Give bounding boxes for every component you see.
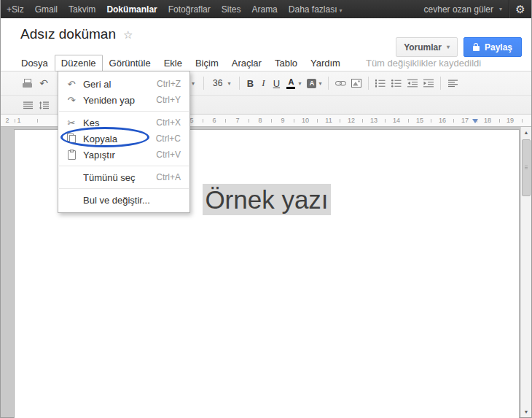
chevron-down-icon: ▾ — [499, 6, 502, 12]
print-icon[interactable] — [20, 76, 36, 90]
menu-bicim[interactable]: Biçim — [189, 55, 225, 71]
menu-item-label: Kes — [83, 117, 156, 128]
topbar-item-plus-siz[interactable]: +Siz — [7, 4, 24, 15]
menu-item-tumunu-sec[interactable]: Tümünü seç Ctrl+A — [58, 169, 189, 185]
ruler-number: 19 — [506, 117, 514, 124]
up-arrow-icon: ▲ — [524, 130, 529, 135]
comments-button[interactable]: Yorumlar ▾ — [396, 37, 458, 57]
menu-item-shortcut: Ctrl+C — [156, 133, 181, 144]
topbar-item-sites[interactable]: Sites — [222, 4, 241, 15]
menu-item-geri-al[interactable]: ↶ Geri al Ctrl+Z — [58, 76, 189, 92]
menu-item-yeniden-yap[interactable]: ↷ Yeniden yap Ctrl+Y — [58, 92, 189, 108]
selected-text[interactable]: Örnek yazı — [203, 184, 330, 215]
indent-icon[interactable] — [420, 76, 437, 90]
share-button[interactable]: Paylaş — [463, 37, 522, 57]
menu-item-shortcut: Ctrl+V — [156, 150, 181, 160]
ruler-number: 7 — [235, 117, 239, 124]
topbar-item-gmail[interactable]: Gmail — [35, 4, 58, 15]
toolbar-separator — [368, 77, 369, 90]
edit-menu: ↶ Geri al Ctrl+Z ↷ Yeniden yap Ctrl+Y ✂ … — [58, 71, 190, 213]
comments-button-label: Yorumlar — [404, 42, 442, 53]
indent-marker[interactable] — [472, 119, 478, 123]
underline-button[interactable]: U — [270, 78, 283, 89]
ruler-number: 2 — [5, 117, 9, 124]
account-menu[interactable]: cevher ozan güler ▾ — [424, 4, 502, 15]
chevron-down-icon: ▾ — [340, 7, 343, 14]
menu-item-label: Kopyala — [83, 133, 156, 144]
menu-separator — [59, 111, 189, 112]
scissors-icon: ✂ — [64, 117, 79, 128]
chevron-down-icon: ▾ — [318, 80, 321, 87]
menu-item-kes[interactable]: ✂ Kes Ctrl+X — [58, 115, 189, 131]
save-status-text: Tüm değişiklikler kaydedildi — [366, 58, 481, 69]
menu-separator — [59, 166, 189, 166]
outdent-icon[interactable] — [404, 76, 420, 90]
ruler-number: 9 — [281, 117, 284, 124]
menu-bar: Dosya Düzenle Görüntüle Ekle Biçim Araçl… — [1, 55, 531, 71]
menu-item-kopyala[interactable]: Kopyala Ctrl+C — [58, 131, 189, 147]
text-color-button[interactable]: A ▾ — [283, 78, 304, 89]
document-title[interactable]: Adsız doküman — [20, 26, 116, 42]
scrollbar-thumb[interactable] — [522, 139, 531, 196]
menu-yardim[interactable]: Yardım — [304, 55, 347, 71]
align-left-icon[interactable] — [445, 76, 461, 90]
toolbar-separator — [203, 77, 204, 90]
ruler-number: 10 — [302, 117, 309, 124]
toolbar-separator — [239, 77, 240, 90]
ruler-number: 6 — [212, 117, 216, 124]
topbar-item-arama[interactable]: Arama — [251, 4, 277, 15]
ruler-number: 12 — [348, 117, 355, 124]
insert-image-icon[interactable] — [348, 76, 364, 90]
numbered-list-icon[interactable] — [372, 76, 388, 90]
chevron-down-icon: ▾ — [298, 80, 301, 87]
app-window: +Siz Gmail Takvim Dokümanlar Fotoğraflar… — [0, 0, 532, 418]
down-arrow-icon: ▼ — [524, 409, 529, 414]
menu-araclar[interactable]: Araçlar — [225, 55, 268, 71]
scroll-down-button[interactable]: ▼ — [521, 406, 531, 417]
menu-ekle[interactable]: Ekle — [157, 55, 189, 71]
menu-separator — [59, 188, 189, 189]
settings-gear-button[interactable]: ⚙ — [509, 0, 531, 18]
font-size-select[interactable]: 36 ▾ — [208, 76, 235, 90]
menu-goruntule[interactable]: Görüntüle — [103, 55, 157, 71]
ruler-number: 8 — [258, 117, 262, 124]
line-spacing-icon[interactable] — [36, 98, 52, 112]
topbar-item-takvim[interactable]: Takvim — [69, 4, 95, 15]
insert-link-icon[interactable] — [332, 76, 348, 90]
menu-item-shortcut: Ctrl+Z — [157, 79, 181, 89]
menu-tablo[interactable]: Tablo — [268, 55, 304, 71]
highlight-color-button[interactable]: A ▾ — [304, 79, 324, 88]
highlight-icon: A — [307, 79, 316, 88]
google-navigation-bar: +Siz Gmail Takvim Dokümanlar Fotoğraflar… — [1, 0, 531, 18]
menu-item-shortcut: Ctrl+A — [156, 172, 181, 182]
align-justify-icon[interactable] — [20, 98, 36, 112]
topbar-item-daha-fazlasi[interactable]: Daha fazlası▾ — [289, 4, 343, 15]
menu-item-yapistir[interactable]: Yapıştır Ctrl+V — [58, 147, 189, 163]
topbar-item-dokumanlar[interactable]: Dokümanlar — [106, 4, 157, 15]
ruler-number: 16 — [439, 117, 446, 124]
star-icon[interactable]: ☆ — [123, 27, 133, 42]
text-color-icon: A — [286, 78, 296, 89]
scrollbar[interactable]: ▲ ▼ — [520, 127, 531, 417]
print-icon-shape — [23, 79, 33, 88]
undo-icon: ↶ — [64, 79, 79, 90]
undo-icon[interactable]: ↶ — [36, 76, 52, 90]
ruler-number: 15 — [416, 117, 423, 124]
menu-dosya[interactable]: Dosya — [15, 55, 55, 71]
bold-button[interactable]: B — [243, 78, 257, 89]
menu-item-label: Yapıştır — [83, 150, 156, 160]
menu-item-shortcut: Ctrl+X — [156, 117, 181, 128]
redo-icon: ↷ — [64, 95, 79, 106]
menu-duzenle[interactable]: Düzenle — [55, 55, 103, 71]
topbar-item-fotograflar[interactable]: Fotoğraflar — [168, 4, 211, 15]
lock-icon — [473, 46, 480, 51]
scroll-up-button[interactable]: ▲ — [521, 127, 531, 138]
ruler-number: 1 — [17, 117, 20, 124]
text-color-bar — [286, 87, 295, 89]
font-size-value: 36 — [213, 78, 222, 88]
ruler-number: 14 — [393, 117, 400, 124]
italic-button[interactable]: I — [257, 77, 270, 89]
bulleted-list-icon[interactable] — [388, 76, 404, 90]
copy-icon-shape — [69, 135, 76, 143]
menu-item-bul-ve-degistir[interactable]: Bul ve değiştir... — [58, 192, 189, 208]
